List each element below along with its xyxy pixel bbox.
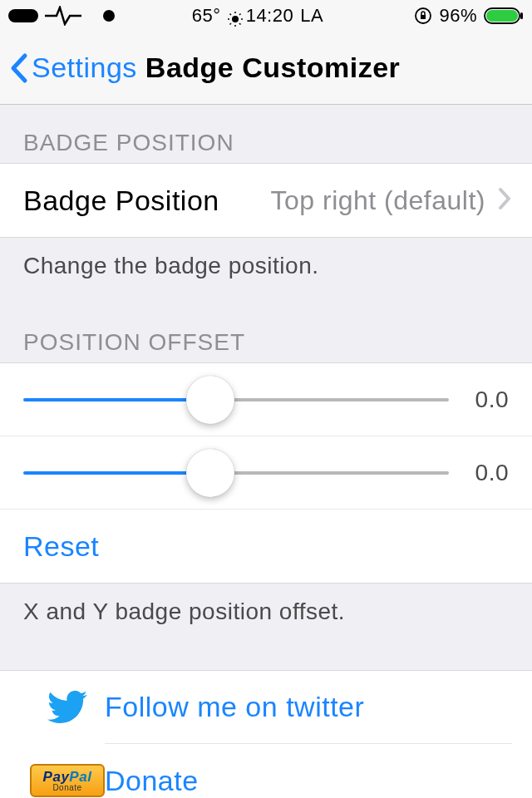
slider-x[interactable] [23, 383, 449, 416]
battery-icon [484, 7, 524, 24]
donate-label: Donate [105, 765, 199, 797]
offset-footer: X and Y badge position offset. [0, 584, 532, 650]
section-header-offset: POSITION OFFSET [0, 304, 532, 362]
back-button[interactable]: Settings [32, 52, 137, 84]
svg-rect-10 [421, 15, 426, 19]
donate-cell[interactable]: PayPal Donate Donate [0, 744, 532, 798]
slider-x-thumb[interactable] [186, 376, 234, 424]
back-chevron-icon[interactable] [8, 52, 28, 84]
twitter-label: Follow me on twitter [105, 691, 364, 723]
status-bar: 65° 14:20 LA 96% [0, 0, 532, 32]
battery-percent: 96% [439, 5, 477, 27]
badge-position-label: Badge Position [23, 185, 219, 217]
offset-group: 0.0 0.0 Reset [0, 362, 532, 584]
slider-y-thumb[interactable] [186, 449, 234, 497]
signal-icon [8, 9, 38, 22]
twitter-icon [30, 691, 105, 724]
page-title: Badge Customizer [145, 52, 401, 84]
reset-label: Reset [23, 530, 99, 563]
svg-rect-13 [520, 12, 523, 19]
slider-x-cell: 0.0 [0, 363, 532, 436]
orientation-lock-icon [414, 7, 432, 25]
chevron-right-icon [497, 186, 512, 214]
svg-line-6 [239, 23, 241, 25]
slider-y[interactable] [23, 456, 449, 490]
svg-rect-12 [486, 10, 518, 22]
badge-position-cell[interactable]: Badge Position Top right (default) [0, 164, 532, 237]
paypal-donate-icon: PayPal Donate [30, 764, 105, 797]
links-group: Follow me on twitter PayPal Donate Donat… [0, 670, 532, 798]
svg-line-7 [239, 14, 241, 16]
svg-line-5 [229, 14, 231, 16]
slider-y-value: 0.0 [459, 460, 509, 486]
section-header-badge-position: BADGE POSITION [0, 105, 532, 163]
badge-position-value: Top right (default) [270, 185, 485, 216]
location-label: LA [300, 5, 323, 27]
badge-position-footer: Change the badge position. [0, 238, 532, 304]
slider-y-cell: 0.0 [0, 436, 532, 510]
nav-bar: Settings Badge Customizer [0, 32, 532, 105]
badge-position-group: Badge Position Top right (default) [0, 163, 532, 238]
temperature: 65° [192, 5, 221, 27]
twitter-cell[interactable]: Follow me on twitter [0, 671, 532, 744]
sun-icon [228, 10, 239, 22]
svg-line-8 [229, 23, 231, 25]
slider-x-value: 0.0 [459, 387, 509, 413]
activity-icon [45, 6, 96, 26]
dot-icon [103, 10, 115, 22]
svg-point-0 [232, 16, 239, 22]
reset-cell[interactable]: Reset [0, 510, 532, 583]
time: 14:20 [246, 5, 294, 27]
